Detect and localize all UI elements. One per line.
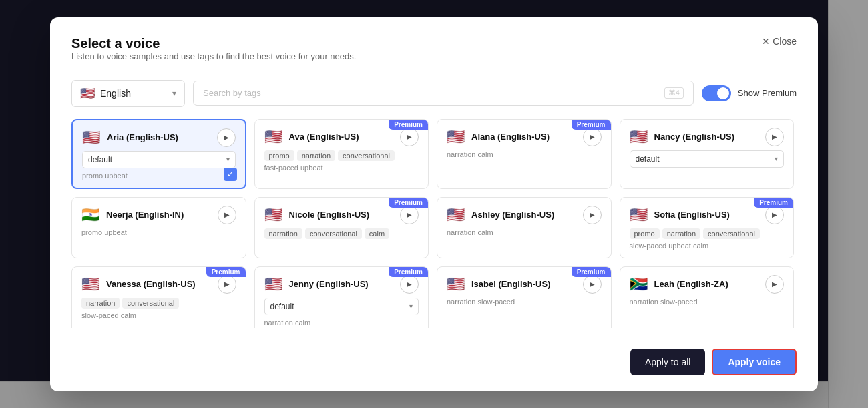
- premium-badge: Premium: [754, 198, 793, 208]
- play-button[interactable]: ▶: [765, 206, 784, 224]
- voice-grid: 🇺🇸 Aria (English-US) ▶ default ▾ promo u…: [71, 119, 797, 328]
- search-shortcut: ⌘4: [664, 87, 684, 99]
- voice-flag: 🇺🇸: [447, 128, 465, 146]
- voice-flag: 🇺🇸: [81, 276, 99, 293]
- voice-card-alana[interactable]: Premium 🇺🇸 Alana (English-US) ▶ narratio…: [437, 119, 612, 189]
- play-button[interactable]: ▶: [583, 275, 602, 294]
- dropdown-value: default: [636, 154, 771, 164]
- voice-card-top: 🇿🇦 Leah (English-ZA) ▶: [630, 275, 785, 294]
- voice-flag: 🇺🇸: [630, 128, 648, 146]
- modal-header: Select a voice Listen to voice samples a…: [71, 36, 797, 75]
- voice-tag: promo: [630, 228, 660, 239]
- voice-card-isabel[interactable]: Premium 🇺🇸 Isabel (English-US) ▶ narrati…: [437, 266, 612, 328]
- voice-card-jenny[interactable]: Premium 🇺🇸 Jenny (English-US) ▶ default …: [254, 266, 429, 328]
- voice-card-neerja[interactable]: 🇮🇳 Neerja (English-IN) ▶ promo upbeat: [71, 197, 246, 258]
- premium-badge: Premium: [389, 198, 428, 208]
- chevron-down-icon: ▾: [775, 155, 778, 162]
- modal-overlay: Select a voice Listen to voice samples a…: [0, 0, 868, 408]
- voice-style-dropdown[interactable]: default ▾: [264, 298, 419, 315]
- voice-card-top: 🇺🇸 Sofia (English-US) ▶: [630, 206, 785, 224]
- voice-card-aria[interactable]: 🇺🇸 Aria (English-US) ▶ default ▾ promo u…: [71, 119, 246, 189]
- voice-card-nancy[interactable]: 🇺🇸 Nancy (English-US) ▶ default ▾: [620, 119, 795, 189]
- voice-description: fast-paced upbeat: [264, 164, 419, 172]
- voice-tag: promo: [264, 150, 294, 161]
- voice-card-leah[interactable]: 🇿🇦 Leah (English-ZA) ▶ narration slow-pa…: [620, 266, 795, 328]
- voice-name: Nicole (English-US): [289, 210, 394, 220]
- language-select[interactable]: 🇺🇸 English ▾: [71, 80, 185, 107]
- voice-card-top: 🇺🇸 Ashley (English-US) ▶: [447, 206, 602, 224]
- voice-description: slow-paced upbeat calm: [630, 242, 785, 250]
- voice-name: Alana (English-US): [471, 132, 576, 142]
- play-button[interactable]: ▶: [400, 275, 419, 294]
- play-button[interactable]: ▶: [217, 128, 236, 147]
- voice-description: promo upbeat: [81, 228, 236, 236]
- apply-to-all-button[interactable]: Apply to all: [630, 349, 705, 375]
- voice-flag: 🇺🇸: [264, 206, 282, 224]
- play-button[interactable]: ▶: [583, 128, 602, 146]
- voice-name: Ashley (English-US): [471, 210, 576, 220]
- voice-tags: narrationconversational: [81, 298, 236, 309]
- voice-tag: conversational: [703, 228, 760, 239]
- dropdown-value: default: [270, 302, 406, 311]
- language-label: English: [100, 88, 167, 99]
- modal-subtitle: Listen to voice samples and use tags to …: [71, 51, 356, 61]
- voice-card-vanessa[interactable]: Premium 🇺🇸 Vanessa (English-US) ▶ narrat…: [71, 266, 246, 328]
- premium-badge: Premium: [206, 267, 246, 277]
- voice-card-top: 🇺🇸 Vanessa (English-US) ▶: [81, 275, 236, 294]
- play-button[interactable]: ▶: [218, 206, 236, 224]
- voice-name: Ava (English-US): [289, 132, 394, 142]
- voice-name: Neerja (English-IN): [106, 210, 211, 220]
- voice-tags: promonarrationconversational: [630, 228, 785, 239]
- modal-footer: Apply to all Apply voice: [71, 339, 797, 375]
- voice-card-sofia[interactable]: Premium 🇺🇸 Sofia (English-US) ▶ promonar…: [620, 197, 795, 258]
- voice-card-top: 🇺🇸 Jenny (English-US) ▶: [264, 275, 419, 294]
- voice-name: Sofia (English-US): [654, 210, 759, 220]
- play-button[interactable]: ▶: [583, 206, 602, 224]
- play-button[interactable]: ▶: [765, 275, 784, 294]
- chevron-down-icon: ▾: [172, 89, 176, 98]
- voice-tag: narration: [297, 150, 335, 161]
- voice-flag: 🇺🇸: [82, 129, 100, 146]
- dropdown-value: default: [88, 155, 222, 164]
- voice-style-dropdown[interactable]: default ▾: [630, 150, 785, 168]
- modal-title-text: Select a voice Listen to voice samples a…: [71, 36, 356, 75]
- language-flag: 🇺🇸: [80, 86, 95, 101]
- voice-description: narration slow-paced: [447, 298, 602, 306]
- voice-flag: 🇺🇸: [447, 276, 465, 293]
- voice-card-top: 🇺🇸 Aria (English-US) ▶: [82, 128, 236, 147]
- premium-toggle-switch[interactable]: [702, 85, 731, 101]
- premium-badge: Premium: [389, 120, 428, 130]
- voice-name: Aria (English-US): [107, 132, 210, 142]
- voice-card-ava[interactable]: Premium 🇺🇸 Ava (English-US) ▶ promonarra…: [254, 119, 429, 189]
- voice-description: promo upbeat: [82, 172, 236, 180]
- voice-card-top: 🇮🇳 Neerja (English-IN) ▶: [81, 206, 236, 224]
- play-button[interactable]: ▶: [400, 206, 419, 224]
- voice-card-ashley[interactable]: 🇺🇸 Ashley (English-US) ▶ narration calm: [437, 197, 612, 258]
- voice-flag: 🇺🇸: [264, 276, 282, 293]
- controls-row: 🇺🇸 English ▾ Search by tags ⌘4 Show Prem…: [71, 80, 797, 107]
- voice-card-top: 🇺🇸 Nancy (English-US) ▶: [630, 128, 785, 146]
- apply-voice-button[interactable]: Apply voice: [712, 349, 797, 375]
- tag-search-input[interactable]: Search by tags ⌘4: [193, 81, 694, 106]
- voice-flag: 🇺🇸: [630, 206, 648, 224]
- voice-name: Jenny (English-US): [289, 279, 394, 289]
- play-button[interactable]: ▶: [400, 128, 419, 146]
- play-button[interactable]: ▶: [218, 275, 236, 294]
- voice-card-top: 🇺🇸 Nicole (English-US) ▶: [264, 206, 419, 224]
- voice-tags: promonarrationconversational: [264, 150, 419, 161]
- voice-tag: narration: [662, 228, 700, 239]
- voice-card-top: 🇺🇸 Alana (English-US) ▶: [447, 128, 602, 146]
- voice-style-dropdown[interactable]: default ▾: [82, 151, 236, 168]
- play-button[interactable]: ▶: [765, 128, 784, 146]
- voice-name: Leah (English-ZA): [654, 279, 759, 289]
- voice-description: narration slow-paced: [630, 298, 785, 306]
- voice-card-nicole[interactable]: Premium 🇺🇸 Nicole (English-US) ▶ narrati…: [254, 197, 429, 258]
- voice-tag: conversational: [122, 298, 179, 309]
- premium-badge: Premium: [572, 267, 611, 277]
- voice-flag: 🇿🇦: [630, 276, 648, 293]
- voice-flag: 🇺🇸: [264, 128, 282, 146]
- voice-tag: narration: [264, 228, 302, 239]
- close-button[interactable]: ✕ Close: [762, 36, 797, 47]
- search-placeholder: Search by tags: [203, 88, 261, 98]
- voice-description: narration calm: [447, 228, 602, 236]
